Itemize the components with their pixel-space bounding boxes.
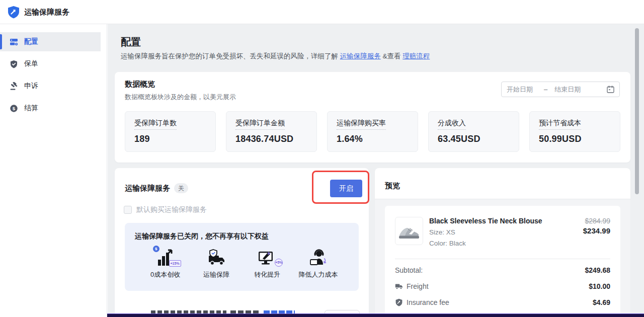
subtotal-row: Subtotal: $249.68 [395, 266, 610, 274]
truck-icon [395, 282, 403, 290]
sidebar-nav: 配置 保单 申诉 $ 结算 [0, 24, 107, 317]
date-range-picker[interactable]: 开始日期 – 结束日期 [501, 82, 620, 97]
svg-text:$: $ [13, 106, 16, 111]
support-agent-icon [306, 248, 330, 268]
preview-title: 预览 [385, 181, 400, 191]
sidebar-item-policies[interactable]: 保单 [0, 54, 101, 73]
benefit-lower-labor-cost: 降低人力成本 [293, 248, 344, 279]
original-price: $284.99 [583, 217, 610, 225]
dollar-circle-icon: $ [10, 104, 18, 113]
service-info-link[interactable]: 运输保障服务 [340, 52, 381, 60]
truck-shield-icon [205, 248, 228, 268]
stat-label: 受保障订单金额 [235, 119, 285, 130]
benefit-shipping-protection: 运输保障 [191, 248, 242, 279]
desc-text: 运输保障服务旨在保护您的订单免受损坏、丢失和延误的风险，详细了解 [121, 52, 340, 60]
insurance-fee-label: Insurance fee [407, 298, 449, 306]
product-name: Black Sleeveless Tie Neck Blouse [429, 217, 542, 225]
preview-body: Black Sleeveless Tie Neck Blouse Size: X… [375, 199, 630, 317]
subtotal-label: Subtotal: [395, 266, 423, 274]
product-row: Black Sleeveless Tie Neck Blouse Size: X… [395, 217, 610, 247]
benefit-zero-cost: $ +15% 0成本创收 [140, 248, 191, 279]
plus-15-percent-badge: +15% [169, 260, 181, 267]
overview-title: 数据概览 [125, 80, 155, 89]
stat-card-insured-orders: 受保障订单数 189 [125, 111, 216, 152]
summary-divider [395, 259, 610, 259]
status-badge: 关 [174, 183, 188, 193]
top-header: 运输保障服务 [0, 0, 644, 24]
benefit-label: 转化提升 [242, 270, 293, 279]
product-size: Size: XS [429, 228, 542, 236]
preview-card: 预览 Black Sleeveless Tie Neck Blou [375, 168, 630, 317]
stats-row: 受保障订单数 189 受保障订单金额 18436.74USD 运输保障购买率 1… [125, 111, 620, 152]
date-separator: – [544, 86, 547, 93]
product-image [395, 217, 423, 245]
stat-label: 受保障订单数 [134, 119, 177, 130]
annotation-highlight-box: 开启 [312, 171, 369, 204]
stat-card-insured-amount: 受保障订单金额 18436.74USD [226, 111, 317, 152]
sidebar-item-label: 申诉 [24, 82, 38, 91]
plus-5-percent-badge: +5% [275, 259, 283, 267]
stat-label: 运输保障购买率 [337, 119, 386, 130]
shipping-protection-card: 运输保障服务 关 开启 默认购买运输保障服务 运输保障服务已关闭，您不再享有以下… [115, 168, 369, 317]
sidebar-item-label: 配置 [24, 37, 38, 46]
benefits-row: $ +15% 0成本创收 [135, 248, 349, 279]
shield-check-icon [10, 60, 18, 68]
shield-arrow-logo-icon [7, 6, 20, 19]
settings-panel-icon [10, 38, 18, 46]
enable-button[interactable]: 开启 [330, 180, 362, 197]
benefit-label: 运输保障 [191, 270, 242, 279]
stat-card-purchase-rate: 运输保障购买率 1.64% [327, 111, 418, 152]
product-color: Color: Black [429, 240, 542, 247]
page-title: 配置 [121, 35, 141, 49]
insurance-fee-value: $4.69 [593, 298, 610, 306]
checkbox-label: 默认购买运输保障服务 [136, 205, 207, 214]
stat-value: 1.64% [337, 134, 409, 144]
default-purchase-row: 默认购买运输保障服务 [124, 205, 207, 214]
sidebar-item-label: 保单 [24, 59, 38, 68]
end-date-placeholder[interactable]: 结束日期 [554, 85, 581, 94]
sidebar-item-settlement[interactable]: $ 结算 [0, 99, 101, 118]
gavel-icon [10, 82, 18, 91]
default-purchase-checkbox[interactable] [124, 206, 132, 214]
freight-row: Freight $10.00 [395, 282, 610, 290]
page-description: 运输保障服务旨在保护您的订单免受损坏、丢失和延误的风险，详细了解 运输保障服务 … [121, 52, 430, 61]
service-title: 运输保障服务 [125, 184, 170, 193]
subtotal-value: $249.68 [585, 266, 610, 274]
stat-value: 189 [134, 134, 206, 144]
benefit-label: 降低人力成本 [293, 270, 344, 279]
discounted-price: $234.99 [583, 226, 610, 235]
sidebar-item-appeals[interactable]: 申诉 [0, 76, 101, 96]
calendar-icon[interactable] [607, 86, 614, 93]
order-summary-panel: Black Sleeveless Tie Neck Blouse Size: X… [385, 206, 620, 317]
stat-label: 分成收入 [438, 119, 466, 130]
app-window: 运输保障服务 配置 保单 [0, 0, 644, 317]
stat-card-estimated-savings: 预计节省成本 50.99USD [529, 111, 620, 152]
benefits-panel: 运输保障服务已关闭，您不再享有以下权益 $ +15% 0成本创收 [125, 223, 359, 291]
stat-label: 预计节省成本 [539, 119, 581, 130]
stat-value: 50.99USD [539, 134, 611, 144]
freight-value: $10.00 [589, 282, 610, 290]
stat-value: 18436.74USD [235, 134, 307, 144]
insurance-fee-row: Insurance fee $4.69 [395, 298, 610, 306]
sneaker-photo-icon [397, 219, 421, 243]
overview-subtitle: 数据概览板块涉及的金额，以美元展示 [125, 93, 236, 102]
scrollbar-thumb[interactable] [635, 28, 639, 194]
dollar-coin-icon: $ [153, 246, 159, 252]
app-title: 运输保障服务 [24, 0, 69, 24]
sidebar-item-label: 结算 [24, 104, 38, 113]
freight-label: Freight [407, 282, 429, 290]
shield-logo-icon [395, 298, 403, 306]
benefits-title: 运输保障服务已关闭，您不再享有以下权益 [135, 232, 349, 241]
claims-process-link[interactable]: 理赔流程 [403, 52, 430, 60]
sidebar-item-config[interactable]: 配置 [0, 32, 101, 51]
desc-text: &查看 [381, 52, 403, 60]
benefit-label: 0成本创收 [140, 270, 191, 279]
stat-value: 63.45USD [438, 134, 510, 144]
stat-card-revenue-share: 分成收入 63.45USD [428, 111, 519, 152]
data-overview-card: 数据概览 数据概览板块涉及的金额，以美元展示 开始日期 – 结束日期 受保障订单… [115, 72, 630, 163]
start-date-placeholder[interactable]: 开始日期 [507, 85, 533, 94]
benefit-conversion-boost: +5% 转化提升 [242, 248, 293, 279]
